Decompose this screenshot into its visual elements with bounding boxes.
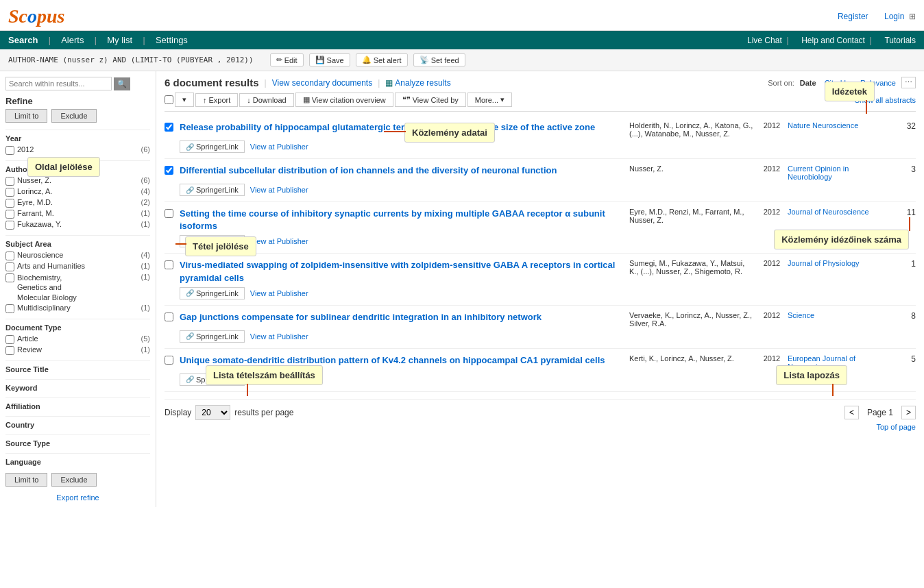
result-check-3 bbox=[165, 208, 180, 247]
result-checkbox-6[interactable] bbox=[165, 356, 173, 365]
result-checkbox-4[interactable] bbox=[165, 260, 173, 269]
sort-date-link[interactable]: Date bbox=[800, 79, 816, 87]
arrow-down-3 bbox=[832, 384, 834, 396]
springerlink-button-1[interactable]: 🔗 SpringerLink bbox=[180, 140, 245, 153]
subject-multi-checkbox[interactable] bbox=[5, 304, 14, 313]
export-refine-link[interactable]: Export refine bbox=[5, 493, 150, 502]
author-nusser-checkbox[interactable] bbox=[5, 177, 14, 186]
result-title-link-2[interactable]: Differential subcellular distribution of… bbox=[180, 165, 557, 175]
source-title-title[interactable]: Source Title bbox=[5, 360, 150, 373]
result-checkbox-5[interactable] bbox=[165, 313, 173, 321]
nav-livechat[interactable]: Live Chat bbox=[747, 36, 782, 45]
springerlink-button-4[interactable]: 🔗 SpringerLink bbox=[180, 287, 245, 299]
view-citation-overview-button[interactable]: ▦ View citation overview bbox=[295, 93, 393, 107]
author-farrant-count: (1) bbox=[141, 209, 150, 217]
save-button[interactable]: 💾 Save bbox=[309, 53, 350, 66]
sidebar-exclude-button[interactable]: Exclude bbox=[51, 473, 96, 487]
display-value-select[interactable]: 20 50 100 bbox=[195, 405, 230, 420]
nav-search[interactable]: Search bbox=[8, 35, 38, 45]
result-checkbox-3[interactable] bbox=[165, 209, 173, 218]
more-button[interactable]: More... ▾ bbox=[467, 93, 512, 107]
result-citations-6: 5 bbox=[891, 354, 916, 364]
author-nusser-count: (6) bbox=[141, 176, 150, 184]
author-fukazawa-checkbox[interactable] bbox=[5, 221, 14, 230]
login-link[interactable]: Login bbox=[884, 12, 904, 21]
author-fukazawa-label: Fukazawa, Y. bbox=[17, 220, 62, 228]
view-cited-by-button[interactable]: ❝❞ View Cited by bbox=[395, 93, 466, 107]
nav-helpcontact[interactable]: Help and Contact bbox=[801, 36, 865, 45]
doctype-article-checkbox[interactable] bbox=[5, 335, 14, 344]
exclude-button[interactable]: Exclude bbox=[51, 109, 96, 123]
year-2012-checkbox[interactable] bbox=[5, 146, 14, 155]
sidebar-limit-to-button[interactable]: Limit to bbox=[5, 473, 47, 487]
author-item: Lorincz, A. (4) bbox=[5, 187, 150, 197]
result-source-3[interactable]: Journal of Neuroscience bbox=[785, 208, 891, 216]
oldal-jelolese-wrapper: Oldal jelölése bbox=[27, 157, 100, 177]
nav-alerts[interactable]: Alerts bbox=[61, 35, 84, 45]
search-within-input[interactable] bbox=[5, 77, 112, 90]
author-farrant-checkbox[interactable] bbox=[5, 210, 14, 219]
result-title-link-4[interactable]: Virus-mediated swapping of zolpidem-inse… bbox=[180, 260, 615, 282]
analyze-results-link[interactable]: ▦ Analyze results bbox=[385, 78, 450, 88]
subject-biochem-checkbox[interactable] bbox=[5, 273, 14, 282]
doctype-article-label: Article bbox=[17, 334, 38, 343]
result-source-4[interactable]: Journal of Physiology bbox=[785, 259, 891, 267]
result-checkbox-1[interactable] bbox=[165, 123, 173, 132]
pagination-bar: Lista tételszám beállítás Lista lapozás … bbox=[165, 399, 916, 420]
set-feed-button[interactable]: 📡 Set feed bbox=[413, 53, 465, 66]
nav-settings[interactable]: Settings bbox=[156, 35, 188, 45]
download-button[interactable]: ↓ Download bbox=[239, 93, 293, 107]
secondary-docs-link[interactable]: View secondary documents bbox=[272, 78, 373, 88]
springerlink-button-2[interactable]: 🔗 SpringerLink bbox=[180, 184, 245, 196]
result-title-link-3[interactable]: Setting the time course of inhibitory sy… bbox=[180, 208, 605, 231]
language-title[interactable]: Language bbox=[5, 453, 150, 466]
result-authors-3: Eyre, M.D., Renzi, M., Farrant, M., Nuss… bbox=[625, 208, 759, 224]
nav-mylist[interactable]: My list bbox=[107, 35, 132, 45]
subject-arts-checkbox[interactable] bbox=[5, 262, 14, 271]
result-title-col-2: Differential subcellular distribution of… bbox=[180, 164, 625, 177]
edit-button[interactable]: ✏ Edit bbox=[270, 53, 304, 66]
result-title-link-5[interactable]: Gap junctions compensate for sublinear d… bbox=[180, 312, 542, 322]
result-source-1[interactable]: Nature Neuroscience bbox=[785, 121, 891, 130]
limit-to-button[interactable]: Limit to bbox=[5, 109, 47, 123]
result-body-4: Virus-mediated swapping of zolpidem-inse… bbox=[180, 259, 916, 299]
result-body-1: Release probability of hippocampal gluta… bbox=[180, 121, 916, 153]
save-icon: 💾 bbox=[315, 56, 325, 64]
set-alert-button[interactable]: 🔔 Set alert bbox=[356, 53, 408, 66]
view-at-publisher-1[interactable]: View at Publisher bbox=[250, 143, 308, 151]
country-title[interactable]: Country bbox=[5, 416, 150, 429]
register-link[interactable]: Register bbox=[838, 12, 868, 21]
results-list: Közlemény adatai Oldal jelölése Release … bbox=[165, 116, 916, 392]
prev-page-button[interactable]: < bbox=[844, 406, 859, 419]
sort-more-button[interactable]: ⋯ bbox=[901, 77, 916, 88]
result-title-link-6[interactable]: Unique somato-dendritic distribution pat… bbox=[180, 355, 605, 365]
arrow-up-1 bbox=[909, 217, 910, 231]
springerlink-button-5[interactable]: 🔗 SpringerLink bbox=[180, 330, 245, 343]
search-within-button[interactable]: 🔍 bbox=[114, 77, 130, 90]
nav-tutorials[interactable]: Tutorials bbox=[884, 36, 916, 45]
result-source-2[interactable]: Current Opinion in Neurobiology bbox=[785, 164, 891, 181]
doctype-review-checkbox[interactable] bbox=[5, 346, 14, 355]
export-button[interactable]: ↑ Export bbox=[195, 93, 238, 107]
top-of-page[interactable]: Top of page bbox=[165, 423, 916, 431]
top-of-page-link[interactable]: Top of page bbox=[877, 423, 916, 431]
select-all-checkbox[interactable] bbox=[165, 95, 173, 104]
result-source-5[interactable]: Science bbox=[785, 311, 891, 319]
author-lorincz-checkbox[interactable] bbox=[5, 188, 14, 197]
view-at-publisher-3[interactable]: View at Publisher bbox=[250, 237, 308, 245]
next-page-button[interactable]: > bbox=[901, 406, 916, 419]
source-type-title[interactable]: Source Type bbox=[5, 434, 150, 448]
view-at-publisher-2[interactable]: View at Publisher bbox=[250, 186, 308, 194]
result-check-2 bbox=[165, 164, 180, 196]
result-checkbox-2[interactable] bbox=[165, 166, 173, 175]
tetel-jelolese-wrapper: Tétel jelölése bbox=[185, 236, 256, 256]
result-year-6: 2012 bbox=[759, 354, 785, 363]
view-at-publisher-4[interactable]: View at Publisher bbox=[250, 289, 308, 297]
select-all-dropdown[interactable]: ▾ bbox=[175, 93, 194, 107]
author-eyre-checkbox[interactable] bbox=[5, 199, 14, 208]
subject-neuroscience-checkbox[interactable] bbox=[5, 252, 14, 260]
keyword-title[interactable]: Keyword bbox=[5, 379, 150, 392]
view-at-publisher-5[interactable]: View at Publisher bbox=[250, 332, 308, 341]
affiliation-title[interactable]: Affiliation bbox=[5, 397, 150, 411]
sidebar: 🔍 Refine Limit to Exclude Year 2012 (6) … bbox=[0, 71, 156, 507]
